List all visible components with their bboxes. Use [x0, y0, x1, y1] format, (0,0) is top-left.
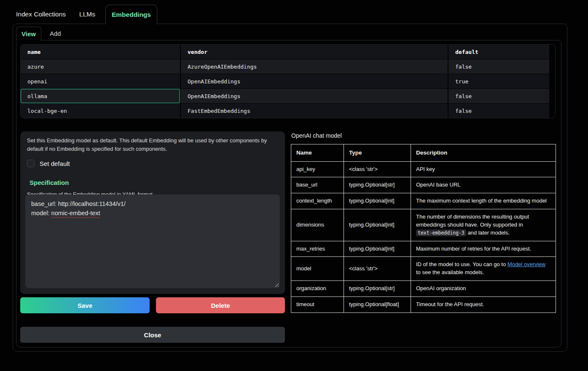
schema-cell-type: <class 'str'>: [344, 161, 411, 177]
cell-name: local-bge-en: [21, 104, 180, 118]
cell-vendor: AzureOpenAIEmbeddings: [181, 59, 448, 74]
main-tab-bar: Index CollectionsLLMsEmbeddings: [13, 4, 157, 24]
embeddings-table-header: namevendordefault: [21, 45, 549, 59]
cell-vendor: FastEmbedEmbeddings: [181, 104, 448, 118]
schema-cell-name: max_retries: [291, 241, 344, 257]
yaml-line-base-url: base_url: http://localhost:11434/v1/: [31, 200, 274, 209]
main-tab-embeddings[interactable]: Embeddings: [105, 5, 157, 24]
schema-cell-type: typing.Optional[float]: [344, 297, 411, 313]
schema-cell-description: OpenAI base URL: [411, 177, 556, 193]
schema-cell-type: typing.Optional[int]: [344, 209, 411, 241]
schema-cell-name: timeout: [291, 297, 344, 313]
cell-vendor: OpenAIEmbeddings: [181, 89, 448, 103]
delete-button[interactable]: Delete: [156, 297, 285, 313]
schema-cell-name: base_url: [291, 177, 344, 193]
yaml-line-model: model: nomic-embed-text: [31, 209, 274, 218]
sub-tab-bar: ViewAdd: [16, 27, 70, 40]
close-button[interactable]: Close: [20, 327, 285, 343]
schema-cell-name: context_length: [291, 193, 344, 209]
schema-cell-type: typing.Optional[str]: [344, 281, 411, 297]
cell-default: false: [448, 89, 549, 103]
schema-cell-name: dimensions: [291, 209, 344, 241]
schema-column-type: Type: [344, 144, 411, 162]
model-overview-link[interactable]: Model overview: [507, 261, 545, 267]
schema-cell-description: ID of the model to use. You can go to Mo…: [411, 257, 556, 281]
set-default-checkbox-row[interactable]: Set default: [27, 160, 70, 167]
cell-default: false: [448, 104, 549, 118]
embeddings-row-local-bge-en[interactable]: local-bge-enFastEmbedEmbeddingsfalse: [21, 104, 549, 118]
schema-cell-description: OpenAI organization: [411, 281, 556, 297]
cell-name: ollama: [21, 89, 180, 103]
main-tab-llms[interactable]: LLMs: [72, 11, 102, 18]
specification-yaml-editor[interactable]: base_url: http://localhost:11434/v1/ mod…: [25, 195, 280, 288]
sub-tab-add[interactable]: Add: [41, 27, 70, 40]
set-default-label: Set default: [40, 160, 70, 167]
embeddings-table: namevendordefaultazureAzureOpenAIEmbeddi…: [20, 44, 556, 118]
schema-cell-type: typing.Optional[str]: [344, 177, 411, 193]
schema-row-max-retries: max_retriestyping.Optional[int]Maximum n…: [291, 241, 556, 257]
cell-name: openai: [21, 74, 180, 88]
schema-row-dimensions: dimensionstyping.Optional[int]The number…: [291, 209, 556, 241]
specification-heading: Specification: [30, 179, 278, 186]
code-chip: text-embedding-3: [416, 230, 466, 236]
cell-default: true: [448, 74, 549, 88]
embeddings-row-openai[interactable]: openaiOpenAIEmbeddingstrue: [21, 74, 549, 88]
sub-tab-view[interactable]: View: [16, 27, 41, 41]
schema-cell-description: API key: [411, 161, 556, 177]
schema-header-row: NameTypeDescription: [291, 144, 556, 162]
schema-cell-description: Timeout for the API request.: [411, 297, 556, 313]
default-description: Set this Embedding model as default. Thi…: [27, 136, 278, 153]
schema-table: NameTypeDescription api_key<class 'str'>…: [291, 144, 556, 313]
column-header-name: name: [21, 45, 180, 59]
schema-row-timeout: timeouttyping.Optional[float]Timeout for…: [291, 297, 556, 313]
schema-title: OpenAI chat model: [291, 132, 342, 139]
schema-cell-description: The number of dimensions the resulting o…: [411, 209, 556, 241]
schema-cell-type: typing.Optional[int]: [344, 241, 411, 257]
schema-column-description: Description: [411, 144, 556, 162]
schema-row-model: model<class 'str'>ID of the model to use…: [291, 257, 556, 281]
schema-cell-type: <class 'str'>: [344, 257, 411, 281]
main-tab-index-collections[interactable]: Index Collections: [13, 11, 72, 18]
schema-row-api-key: api_key<class 'str'>API key: [291, 161, 556, 177]
resize-handle-icon[interactable]: [274, 282, 279, 287]
embeddings-row-azure[interactable]: azureAzureOpenAIEmbeddingsfalse: [21, 59, 549, 74]
embeddings-row-ollama[interactable]: ollamaOpenAIEmbeddingsfalse: [21, 89, 549, 103]
schema-cell-type: typing.Optional[int]: [344, 193, 411, 209]
schema-cell-name: model: [291, 257, 344, 281]
schema-cell-description: The maximum context length of the embedd…: [411, 193, 556, 209]
default-settings-card: Set this Embedding model as default. Thi…: [20, 131, 285, 294]
schema-column-name: Name: [291, 144, 344, 162]
cell-default: false: [448, 59, 549, 74]
embeddings-page: Index CollectionsLLMsEmbeddings ViewAdd …: [0, 0, 588, 371]
yaml-model-value: nomic-embed-text: [51, 210, 100, 216]
set-default-checkbox[interactable]: [27, 160, 35, 167]
schema-row-base-url: base_urltyping.Optional[str]OpenAI base …: [291, 177, 556, 193]
save-button[interactable]: Save: [20, 297, 150, 313]
cell-name: azure: [21, 59, 180, 74]
schema-row-context-length: context_lengthtyping.Optional[int]The ma…: [291, 193, 556, 209]
schema-cell-name: api_key: [291, 161, 344, 177]
column-header-default: default: [448, 45, 549, 59]
cell-vendor: OpenAIEmbeddings: [181, 74, 448, 88]
column-header-vendor: vendor: [181, 45, 448, 59]
schema-cell-description: Maximum number of retries for the API re…: [411, 241, 556, 257]
schema-cell-name: organization: [291, 281, 344, 297]
schema-row-organization: organizationtyping.Optional[str]OpenAI o…: [291, 281, 556, 297]
